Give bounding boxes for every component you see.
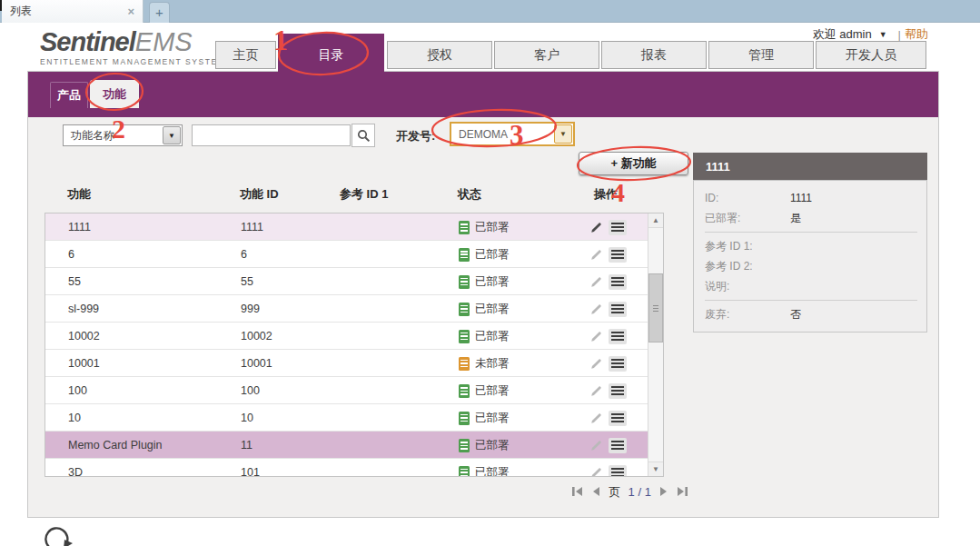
edit-pencil-icon[interactable] [590,358,602,370]
actions-menu-icon[interactable] [609,274,627,290]
next-page-icon[interactable] [659,486,668,497]
prev-page-icon[interactable] [591,486,600,497]
edit-pencil-icon[interactable] [590,249,602,261]
vendor-select[interactable]: DEMOMA ▼ [450,122,575,146]
user-menu-caret-icon[interactable]: ▼ [879,30,887,39]
feature-id: 6 [241,241,247,268]
page-label: 页 [609,485,620,499]
tab-entitlements[interactable]: 授权 [387,41,492,69]
feature-id: 101 [241,459,260,477]
feature-name: Memo Card Plugin [68,432,163,459]
feature-id: 11 [241,432,252,459]
actions-cell [590,432,645,459]
tab-close-icon[interactable]: × [127,5,134,18]
search-input[interactable] [192,124,351,146]
feature-name: 10 [68,404,81,432]
table-row[interactable]: 1000210002已部署 [45,323,648,350]
edit-pencil-icon[interactable] [590,440,602,452]
first-page-icon[interactable] [571,486,583,497]
status-text: 已部署 [475,404,510,432]
tab-developer[interactable]: 开发人员 [816,41,926,69]
actions-menu-icon[interactable] [609,302,627,317]
edit-pencil-icon[interactable] [590,303,602,315]
browser-tab[interactable]: 列表 × [2,0,144,23]
detail-field-value: 否 [790,307,801,323]
last-page-icon[interactable] [677,486,688,497]
refresh-icon[interactable] [42,523,78,546]
feature-name: 10001 [68,350,100,377]
status-text: 已部署 [475,268,510,295]
logo-tagline: ENTITLEMENT MANAGEMENT SYSTEM [40,57,225,66]
actions-cell [590,241,645,268]
table-row[interactable]: 3D101已部署 [45,459,648,477]
tab-home[interactable]: 主页 [215,41,276,69]
subtab-products[interactable]: 产品 [50,82,88,108]
detail-field: 说明: [705,276,917,296]
table-row[interactable]: 66已部署 [45,241,648,268]
search-field-value: 功能名称 [71,128,114,144]
scroll-down-icon[interactable]: ▼ [648,462,663,476]
status-doc-icon [459,412,470,425]
actions-cell [590,350,645,377]
actions-cell [590,268,645,295]
edit-pencil-icon[interactable] [590,222,602,233]
detail-panel: ID:1111已部署:是参考 ID 1:参考 ID 2:说明:废弃:否 [693,180,927,333]
new-feature-button[interactable]: + 新功能 [579,152,688,175]
pagination: 页 1 / 1 [569,482,691,501]
divider: | [898,28,901,42]
actions-menu-icon[interactable] [609,220,627,235]
tab-reports[interactable]: 报表 [601,41,707,69]
feature-id: 10001 [241,350,272,377]
browser-tab-bar: 列表 × + [0,0,980,23]
search-icon [357,129,371,143]
edit-pencil-icon[interactable] [590,385,602,397]
feature-id: 55 [241,268,253,295]
chevron-down-icon[interactable]: ▼ [163,126,181,144]
column-header: 操作 [594,186,618,203]
feature-id: 100 [241,377,260,404]
chevron-down-icon[interactable]: ▼ [554,124,572,144]
tab-administration[interactable]: 管理 [708,41,814,69]
edit-pencil-icon[interactable] [590,276,602,288]
table-row[interactable]: 1010已部署 [45,404,648,432]
browser-tab-title: 列表 [10,4,32,19]
column-header: 功能 ID [240,186,279,203]
actions-menu-icon[interactable] [609,438,627,453]
status-text: 已部署 [475,213,510,241]
search-field-select[interactable]: 功能名称 ▼ [63,124,183,146]
table-body: 11111111已部署66已部署5555已部署sl-999999已部署10002… [45,213,663,477]
actions-menu-icon[interactable] [609,465,627,478]
status-text: 未部署 [475,350,510,377]
actions-menu-icon[interactable] [609,247,627,263]
actions-cell [590,323,645,350]
table-scrollbar[interactable]: ▲ ▼ [648,213,663,476]
edit-pencil-icon[interactable] [590,331,602,342]
tab-customers[interactable]: 客户 [494,41,599,69]
edit-pencil-icon[interactable] [590,412,602,424]
table-row[interactable]: Memo Card Plugin11已部署 [45,432,648,459]
status-text: 已部署 [475,459,510,477]
new-tab-button[interactable]: + [149,2,170,23]
table-row[interactable]: 1000110001未部署 [45,350,648,377]
actions-menu-icon[interactable] [609,411,627,426]
edit-pencil-icon[interactable] [590,467,602,478]
main-container: 产品功能 功能名称 ▼ 开发号: DEMOMA ▼ + 新功能 功能功能 ID参… [27,71,939,518]
detail-field: 已部署:是 [705,208,917,228]
tab-catalog[interactable]: 目录 [278,34,384,77]
actions-menu-icon[interactable] [609,356,627,372]
table-row[interactable]: sl-999999已部署 [45,295,648,323]
search-button[interactable] [351,124,375,147]
detail-field-label: 说明: [705,279,790,294]
actions-menu-icon[interactable] [609,383,627,399]
actions-menu-icon[interactable] [609,329,627,344]
status-text: 已部署 [475,295,510,323]
detail-field-label: 废弃: [705,307,790,323]
subtab-band [28,72,938,117]
table-row[interactable]: 11111111已部署 [45,213,648,241]
table-row[interactable]: 100100已部署 [45,377,648,404]
table-row[interactable]: 5555已部署 [45,268,648,295]
subtab-features[interactable]: 功能 [90,80,139,108]
scrollbar-thumb[interactable] [648,273,663,342]
scroll-up-icon[interactable]: ▲ [648,213,663,228]
status-text: 已部署 [475,377,510,404]
